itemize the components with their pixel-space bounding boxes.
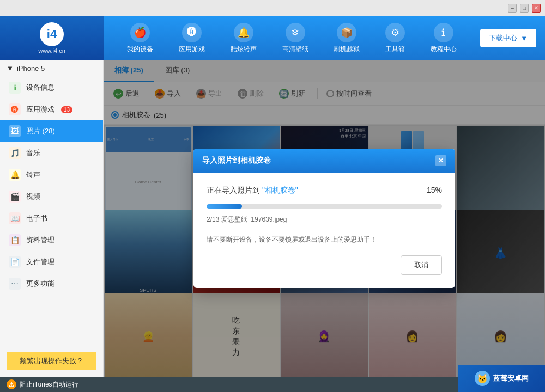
minimize-button[interactable]: – xyxy=(508,4,517,13)
sidebar-videos-label: 视频 xyxy=(26,192,40,201)
sidebar-bottom: 频繁出现操作失败？ xyxy=(0,345,103,377)
videos-sidebar-icon: 🎬 xyxy=(9,191,21,203)
nav-ringtones[interactable]: 🔔 酷炫铃声 xyxy=(224,19,263,58)
sidebar-device-info-label: 设备信息 xyxy=(26,83,55,93)
logo-icon: i4 xyxy=(40,22,64,46)
sidebar-ebooks-label: 电子书 xyxy=(26,213,47,223)
progress-bar-background xyxy=(207,204,442,209)
nav-wallpapers-label: 高清壁纸 xyxy=(282,45,308,54)
modal-status-prefix: 正在导入照片到 xyxy=(207,186,260,194)
sidebar-data-mgr-label: 资料管理 xyxy=(26,235,55,245)
nav-apps[interactable]: 🅐 应用游戏 xyxy=(172,19,211,58)
warning-icon: ⚠ xyxy=(7,379,16,389)
sidebar-ringtones-label: 铃声 xyxy=(26,170,40,180)
nav-tutorials[interactable]: ℹ 教程中心 xyxy=(424,19,463,58)
nav-jailbreak-label: 刷机越狱 xyxy=(334,45,360,54)
apple-icon: 🍎 xyxy=(130,23,150,42)
modal-footer: 取消 xyxy=(207,255,442,277)
nav-tools[interactable]: ⚙ 工具箱 xyxy=(379,19,411,58)
modal-title: 导入照片到相机胶卷 xyxy=(202,156,271,166)
sidebar-item-device-info[interactable]: ℹ 设备信息 xyxy=(0,77,103,99)
sidebar-item-more[interactable]: ⋯ 更多功能 xyxy=(0,273,103,295)
nav-apps-label: 应用游戏 xyxy=(179,45,205,54)
modal-overlay: 导入照片到相机胶卷 ✕ 正在导入照片到 "相机胶卷" 15% 2/13 爱思壁纸… xyxy=(104,60,545,377)
statusbar-left: ⚠ 阻止iTunes自动运行 xyxy=(7,379,502,389)
sidebar-photos-label: 照片 (28) xyxy=(26,126,55,136)
logo-website: www.i4.cn xyxy=(38,47,65,54)
modal-percent: 15% xyxy=(427,186,442,194)
chevron-down-icon: ▼ xyxy=(7,64,14,72)
sidebar-item-file-mgr[interactable]: 📄 文件管理 xyxy=(0,251,103,273)
download-arrow-icon: ▼ xyxy=(520,34,528,42)
sidebar-more-label: 更多功能 xyxy=(26,279,55,289)
sidebar-item-data-mgr[interactable]: 📋 资料管理 xyxy=(0,229,103,251)
ringtones-sidebar-icon: 🔔 xyxy=(9,169,21,181)
progress-bar-fill xyxy=(207,204,242,209)
sidebar-item-videos[interactable]: 🎬 视频 xyxy=(0,186,103,207)
box-icon: 📦 xyxy=(337,23,356,42)
sidebar-item-ebooks[interactable]: 📖 电子书 xyxy=(0,207,103,229)
sidebar-item-photos[interactable]: 🖼 照片 (28) xyxy=(0,120,103,142)
header: i4 www.i4.cn 🍎 我的设备 🅐 应用游戏 🔔 酷炫铃声 ❄ 高清壁纸… xyxy=(0,16,545,60)
download-button[interactable]: 下载中心 ▼ xyxy=(480,29,536,47)
nav-wallpapers[interactable]: ❄ 高清壁纸 xyxy=(276,19,315,58)
device-section-header: ▼ iPhone 5 xyxy=(0,60,103,77)
logo-area: i4 www.i4.cn xyxy=(0,16,104,60)
close-button[interactable]: ✕ xyxy=(532,4,541,13)
more-sidebar-icon: ⋯ xyxy=(9,278,21,290)
sidebar-item-ringtones[interactable]: 🔔 铃声 xyxy=(0,164,103,186)
photos-sidebar-icon: 🖼 xyxy=(9,125,21,137)
device-name-label: iPhone 5 xyxy=(17,64,45,72)
modal-body: 正在导入照片到 "相机胶卷" 15% 2/13 爱思壁纸_197639.jpeg… xyxy=(193,173,455,288)
nav-items: 🍎 我的设备 🅐 应用游戏 🔔 酷炫铃声 ❄ 高清壁纸 📦 刷机越狱 ⚙ 工具箱… xyxy=(104,16,480,60)
import-modal: 导入照片到相机胶卷 ✕ 正在导入照片到 "相机胶卷" 15% 2/13 爱思壁纸… xyxy=(193,149,455,288)
sidebar-item-apps[interactable]: 🅐 应用游戏 13 xyxy=(0,99,103,120)
sidebar-item-music[interactable]: 🎵 音乐 xyxy=(0,142,103,164)
sidebar-music-label: 音乐 xyxy=(26,148,40,158)
watermark: 🐱 蓝莓安卓网 xyxy=(458,365,545,392)
gear-icon: ⚙ xyxy=(385,23,405,42)
main-area: ▼ iPhone 5 ℹ 设备信息 🅐 应用游戏 13 🖼 照片 (28) 🎵 xyxy=(0,60,545,377)
sidebar-file-mgr-label: 文件管理 xyxy=(26,257,55,267)
bell-icon: 🔔 xyxy=(234,23,253,42)
content-area: 相簿 (25) 图库 (3) ↩ 后退 📥 导入 📤 导出 🗑 删除 🔄 xyxy=(104,60,545,377)
apps-badge: 13 xyxy=(61,106,72,113)
download-label: 下载中心 xyxy=(489,33,517,43)
titlebar: – □ ✕ xyxy=(0,0,545,16)
ebooks-sidebar-icon: 📖 xyxy=(9,212,21,224)
nav-ringtones-label: 酷炫铃声 xyxy=(231,45,257,54)
apps-sidebar-icon: 🅐 xyxy=(9,103,21,115)
modal-status-highlight: "相机胶卷" xyxy=(262,186,298,194)
sidebar-apps-label: 应用游戏 xyxy=(26,105,55,114)
help-button[interactable]: 频繁出现操作失败？ xyxy=(7,352,96,370)
nav-my-device-label: 我的设备 xyxy=(127,45,153,54)
device-info-icon: ℹ xyxy=(9,82,21,94)
cancel-button[interactable]: 取消 xyxy=(401,255,442,275)
maximize-button[interactable]: □ xyxy=(520,4,529,13)
modal-close-button[interactable]: ✕ xyxy=(435,155,446,166)
watermark-icon: 🐱 xyxy=(475,371,490,386)
statusbar-left-text: 阻止iTunes自动运行 xyxy=(20,380,78,389)
file-mgr-sidebar-icon: 📄 xyxy=(9,256,21,268)
nav-my-device[interactable]: 🍎 我的设备 xyxy=(120,19,160,58)
apps-icon: 🅐 xyxy=(182,23,202,42)
modal-filename: 2/13 爱思壁纸_197639.jpeg xyxy=(207,215,442,224)
nav-tutorials-label: 教程中心 xyxy=(431,45,457,54)
modal-warning: 请不要断开设备，设备不要锁屏或退出设备上的爱思助手！ xyxy=(207,235,442,244)
sidebar: ▼ iPhone 5 ℹ 设备信息 🅐 应用游戏 13 🖼 照片 (28) 🎵 xyxy=(0,60,104,377)
modal-header: 导入照片到相机胶卷 ✕ xyxy=(193,149,455,173)
watermark-text: 蓝莓安卓网 xyxy=(493,373,529,383)
snowflake-icon: ❄ xyxy=(286,23,305,42)
data-mgr-sidebar-icon: 📋 xyxy=(9,234,21,246)
music-sidebar-icon: 🎵 xyxy=(9,147,21,159)
info-icon: ℹ xyxy=(434,23,453,42)
nav-jailbreak[interactable]: 📦 刷机越狱 xyxy=(327,19,366,58)
nav-tools-label: 工具箱 xyxy=(385,45,405,54)
modal-status-text: 正在导入照片到 "相机胶卷" 15% xyxy=(207,186,442,195)
